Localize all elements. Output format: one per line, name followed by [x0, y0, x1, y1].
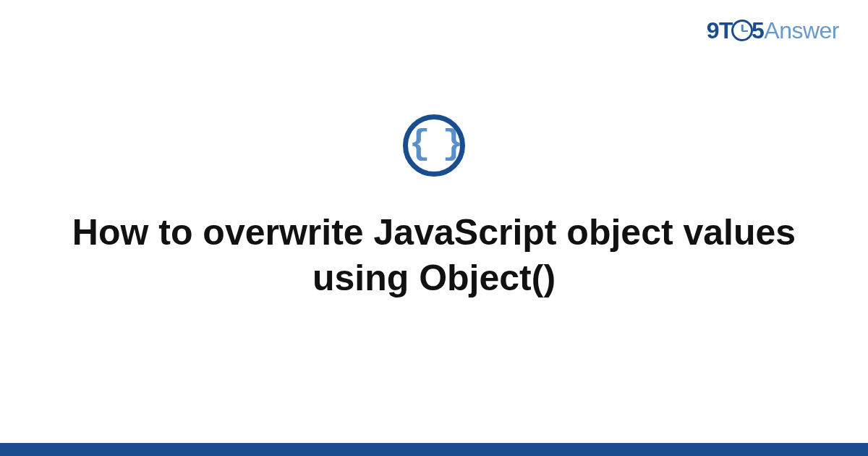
logo-text-9t: 9T: [707, 17, 733, 43]
page-title: How to overwrite JavaScript object value…: [0, 210, 868, 300]
topic-icon-circle: { }: [403, 114, 465, 177]
footer-accent-bar: [0, 443, 868, 456]
site-logo: 9T5Answer: [707, 17, 839, 44]
logo-text-answer: Answer: [764, 17, 839, 43]
clock-icon: [731, 20, 753, 41]
logo-text-5: 5: [752, 17, 764, 43]
code-braces-icon: { }: [409, 127, 459, 161]
